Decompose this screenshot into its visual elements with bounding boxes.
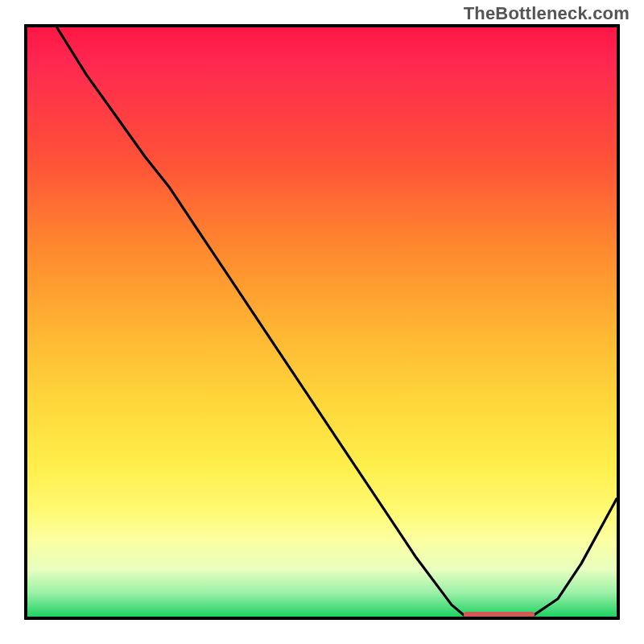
chart-curve — [27, 27, 617, 617]
watermark-text: TheBottleneck.com — [464, 3, 630, 24]
curve-path — [57, 27, 617, 617]
chart-plot-area — [24, 24, 620, 620]
trough-marker — [464, 612, 535, 617]
